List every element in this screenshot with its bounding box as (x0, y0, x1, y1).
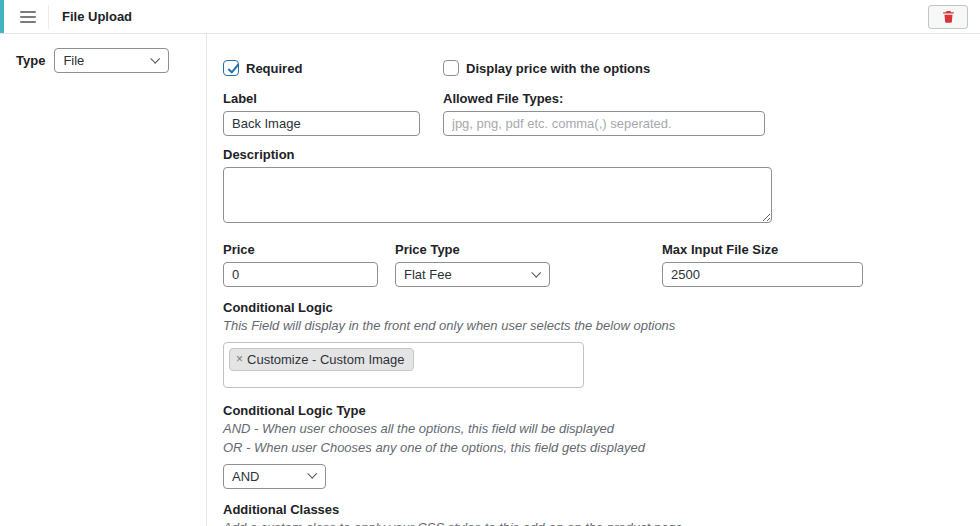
conditional-logic-help: This Field will display in the front end… (223, 317, 980, 335)
addon-card: File Upload Type File (0, 0, 980, 526)
additional-classes-help: Add a custom class to apply your CSS sty… (223, 519, 980, 526)
drag-handle-icon[interactable] (16, 5, 49, 29)
price-type-select[interactable]: Flat Fee (395, 262, 550, 287)
selected-option-tag-label: Customize - Custom Image (247, 352, 405, 367)
conditional-logic-type-select-value: AND (232, 469, 259, 484)
checkbox-checked-icon[interactable] (223, 60, 239, 76)
display-price-label: Display price with the options (466, 61, 650, 76)
required-label: Required (246, 61, 302, 76)
conditional-logic-type-label: Conditional Logic Type (223, 403, 980, 418)
description-textarea[interactable] (223, 167, 772, 223)
conditional-logic-type-help-or: OR - When user Chooses any one of the op… (223, 439, 980, 457)
type-label: Type (16, 53, 45, 68)
additional-classes-label: Additional Classes (223, 502, 980, 517)
max-input-file-size-label: Max Input File Size (662, 242, 863, 257)
conditional-logic-multiselect[interactable]: × Customize - Custom Image (223, 342, 584, 388)
price-label: Price (223, 242, 378, 257)
conditional-logic-type-select[interactable]: AND (223, 464, 326, 489)
required-checkbox[interactable]: Required (223, 60, 443, 76)
price-input[interactable] (223, 262, 378, 287)
addon-title: File Upload (62, 9, 132, 24)
chevron-down-icon (151, 53, 161, 63)
addon-body: Type File Required (0, 34, 980, 526)
type-select-value: File (63, 53, 84, 68)
accent-bar (0, 0, 4, 33)
label-field-label: Label (223, 91, 443, 106)
max-input-file-size-input[interactable] (662, 262, 863, 287)
price-type-select-value: Flat Fee (404, 267, 452, 282)
addon-header: File Upload (0, 0, 980, 34)
remove-tag-icon[interactable]: × (236, 352, 243, 366)
price-type-label: Price Type (395, 242, 550, 257)
type-panel: Type File (0, 34, 207, 526)
allowed-file-types-input[interactable] (443, 111, 765, 136)
chevron-down-icon (307, 469, 317, 479)
chevron-down-icon (531, 267, 541, 277)
selected-option-tag: × Customize - Custom Image (229, 348, 414, 371)
description-label: Description (223, 147, 980, 162)
conditional-logic-type-help-and: AND - When user chooses all the options,… (223, 420, 980, 438)
display-price-checkbox[interactable]: Display price with the options (443, 60, 650, 76)
conditional-logic-label: Conditional Logic (223, 300, 980, 315)
checkbox-unchecked-icon[interactable] (443, 60, 459, 76)
addon-form: Required Display price with the options … (207, 34, 980, 526)
trash-icon (941, 9, 956, 24)
allowed-file-types-label: Allowed File Types: (443, 91, 765, 106)
delete-addon-button[interactable] (928, 5, 968, 29)
label-input[interactable] (223, 111, 420, 136)
type-select[interactable]: File (54, 48, 169, 73)
